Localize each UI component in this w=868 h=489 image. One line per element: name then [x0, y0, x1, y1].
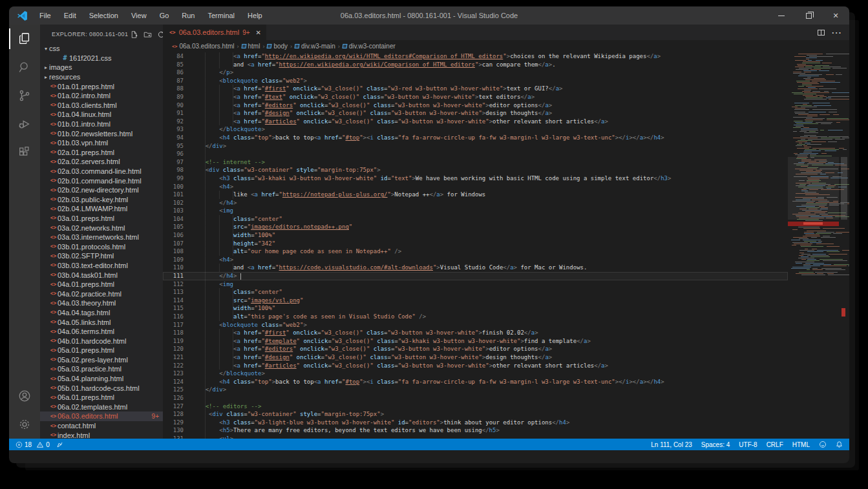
tree-item-03b.02.SFTP.html[interactable]: <>03b.02.SFTP.html — [40, 251, 163, 261]
new-folder-icon[interactable] — [142, 28, 153, 40]
encoding[interactable]: UTF-8 — [739, 441, 757, 448]
code-line-104[interactable]: 104 class="center" — [163, 215, 788, 224]
menu-help[interactable]: Help — [242, 10, 268, 21]
code-line-113[interactable]: 113 class="center" — [163, 288, 788, 297]
notifications-bell-icon[interactable] — [836, 441, 843, 448]
code-line-119[interactable]: 119 <a href="#template" onclick="w3_clos… — [163, 337, 788, 346]
code-line-98[interactable]: 98 <div class="w3-container" style="marg… — [163, 166, 788, 174]
tree-item-contact.html[interactable]: <>contact.html — [40, 421, 163, 431]
tree-item-resources[interactable]: ▸resources — [40, 72, 163, 82]
run-debug-icon[interactable] — [9, 110, 40, 138]
extensions-icon[interactable] — [9, 138, 40, 167]
tree-item-images[interactable]: ▸images — [40, 63, 163, 72]
code-line-105[interactable]: 105 src="images/editors.notepad++.png" — [163, 223, 788, 231]
tree-item-css[interactable]: ▾css — [40, 44, 163, 54]
code-line-108[interactable]: 108 alt="our home page code as seen in N… — [163, 247, 788, 256]
code-line-86[interactable]: 86 </p> — [163, 68, 788, 77]
code-line-100[interactable]: 100 <h4> — [163, 183, 788, 191]
code-line-102[interactable]: 102 </h4> — [163, 199, 788, 207]
tree-item-02a.03.command-line.html[interactable]: <>02a.03.command-line.html — [40, 167, 163, 176]
tree-item-06a.01.preps.html[interactable]: <>06a.01.preps.html — [40, 393, 163, 402]
menu-selection[interactable]: Selection — [84, 10, 123, 21]
code-line-118[interactable]: 118 <a href="#first" onclick="w3_close()… — [163, 329, 788, 337]
code-line-94[interactable]: 94 <h4 class="top">back to top<a href="#… — [163, 134, 788, 142]
new-file-icon[interactable] — [128, 28, 140, 40]
tree-item-02a.02.servers.html[interactable]: <>02a.02.servers.html — [40, 157, 163, 167]
code-line-109[interactable]: 109 <h4> — [163, 256, 788, 264]
code-line-103[interactable]: 103 <img — [163, 207, 788, 215]
split-editor-icon[interactable] — [818, 30, 825, 36]
feedback-smiley-icon[interactable] — [819, 441, 827, 448]
code-line-85[interactable]: 85 and <a href="https://en.wikipedia.org… — [163, 61, 788, 69]
tree-item-06a.02.templates.html[interactable]: <>06a.02.templates.html — [40, 402, 163, 412]
tree-item-04a.02.practice.html[interactable]: <>04a.02.practice.html — [40, 289, 163, 298]
tab-close-icon[interactable]: ✕ — [256, 29, 261, 36]
tree-item-02b.02.new-directory.html[interactable]: <>02b.02.new-directory.html — [40, 185, 163, 195]
code-line-88[interactable]: 88 <a href="#first" onclick="w3_close()"… — [163, 85, 788, 93]
tree-item-02b.03.public-key.html[interactable]: <>02b.03.public-key.html — [40, 195, 163, 205]
minimap-viewport[interactable] — [788, 157, 839, 220]
account-icon[interactable] — [9, 382, 40, 410]
tree-item-06a.03.editors.html[interactable]: <>06a.03.editors.html9+ — [40, 411, 163, 421]
tree-item-01b.02.newsletters.html[interactable]: <>01b.02.newsletters.html — [40, 129, 163, 138]
cursor-position[interactable]: Ln 111, Col 23 — [651, 441, 692, 448]
code-line-95[interactable]: 95 </div> — [163, 142, 788, 151]
minimize-button[interactable] — [768, 6, 795, 25]
tree-item-05a.03.practice.html[interactable]: <>05a.03.practice.html — [40, 364, 163, 374]
tree-item-04a.06.terms.html[interactable]: <>04a.06.terms.html — [40, 327, 163, 337]
code-line-101[interactable]: 101 like <a href="https://notepad-plus-p… — [163, 191, 788, 199]
tree-item-03b.03.text-editor.html[interactable]: <>03b.03.text-editor.html — [40, 261, 163, 271]
code-line-112[interactable]: 112 <img — [163, 280, 788, 289]
code-line-92[interactable]: 92 <a href="#articles" onclick="w3_close… — [163, 118, 788, 126]
restore-button[interactable] — [795, 6, 822, 25]
tree-item-01b.03.vpn.html[interactable]: <>01b.03.vpn.html — [40, 138, 163, 148]
breadcrumb-html[interactable]: html — [242, 43, 260, 50]
source-control-icon[interactable] — [9, 81, 40, 110]
chevron-right-icon[interactable]: ▸ — [43, 65, 49, 70]
tree-item-02b.04.LMWAMP.html[interactable]: <>02b.04.LMWAMP.html — [40, 204, 163, 214]
code-line-89[interactable]: 89 <a href="#text" onclick="w3_close()" … — [163, 93, 788, 101]
menu-run[interactable]: Run — [176, 10, 200, 21]
tree-item-01a.01.preps.html[interactable]: <>01a.01.preps.html — [40, 81, 163, 91]
code-line-93[interactable]: 93 </blockquote> — [163, 125, 788, 134]
code-line-106[interactable]: 106 width="100%" — [163, 231, 788, 240]
breadcrumb-body[interactable]: body — [267, 43, 288, 50]
menu-edit[interactable]: Edit — [59, 10, 81, 21]
tree-item-03b.04.task01.html[interactable]: <>03b.04.task01.html — [40, 270, 163, 280]
code-line-122[interactable]: 122 <a href="#articles" onclick="w3_clos… — [163, 362, 788, 370]
code-line-131[interactable]: 131 <ul> — [163, 435, 788, 439]
tree-item-index.html[interactable]: <>index.html — [40, 430, 163, 439]
code-line-129[interactable]: 129 <h3 class="w3-light-blue w3-button w… — [163, 419, 788, 427]
code-line-123[interactable]: 123 </blockquote> — [163, 369, 788, 378]
tree-item-01a.04.linux.html[interactable]: <>01a.04.linux.html — [40, 110, 163, 120]
code-line-120[interactable]: 120 <a href="#editors" onclick="w3_close… — [163, 345, 788, 353]
code-line-87[interactable]: 87 <blockquote class="web2"> — [163, 77, 788, 85]
language-mode[interactable]: HTML — [792, 441, 810, 448]
close-button[interactable]: ✕ — [822, 6, 849, 25]
code-line-97[interactable]: 97 <!-- internet --> — [163, 158, 788, 167]
scrollbar-thumb[interactable] — [841, 157, 847, 220]
code-area[interactable]: 84 <a href="http://en.wikipedia.org/wiki… — [163, 52, 788, 439]
breadcrumb-06a.03.editors.html[interactable]: <>06a.03.editors.html — [172, 43, 235, 50]
code-line-84[interactable]: 84 <a href="http://en.wikipedia.org/wiki… — [163, 52, 788, 61]
tree-item-01b.01.intro.html[interactable]: <>01b.01.intro.html — [40, 120, 163, 129]
tree-item-03b.01.protocols.html[interactable]: <>03b.01.protocols.html — [40, 242, 163, 251]
tab-editors-html[interactable]: <> 06a.03.editors.html 9+ ✕ — [163, 25, 266, 40]
problems-status[interactable]: 18 0 — [16, 441, 50, 448]
tree-item-02b.01.command-line.html[interactable]: <>02b.01.command-line.html — [40, 176, 163, 185]
tree-item-05b.01.hardcode-css.html[interactable]: <>05b.01.hardcode-css.html — [40, 383, 163, 393]
code-line-124[interactable]: 124 <h4 class="top">back to top<a href="… — [163, 378, 788, 386]
code-line-126[interactable]: 126 — [163, 394, 788, 402]
tree-item-161f2021.css[interactable]: #161f2021.css — [40, 54, 163, 63]
explorer-icon[interactable] — [9, 25, 40, 53]
tree-item-04a.01.preps.html[interactable]: <>04a.01.preps.html — [40, 280, 163, 289]
code-line-107[interactable]: 107 height="342" — [163, 240, 788, 248]
code-line-125[interactable]: 125 </div> — [163, 386, 788, 394]
code-line-130[interactable]: 130 <h5>There are many free editors, bey… — [163, 426, 788, 435]
tree-item-03a.02.networks.html[interactable]: <>03a.02.networks.html — [40, 223, 163, 233]
tree-item-03a.03.internetworks.html[interactable]: <>03a.03.internetworks.html — [40, 233, 163, 242]
breadcrumb-div.w3-main[interactable]: div.w3-main — [295, 43, 335, 50]
minimap[interactable] — [788, 52, 849, 439]
refresh-icon[interactable] — [155, 28, 163, 40]
tree-item-04a.03.theory.html[interactable]: <>04a.03.theory.html — [40, 298, 163, 308]
